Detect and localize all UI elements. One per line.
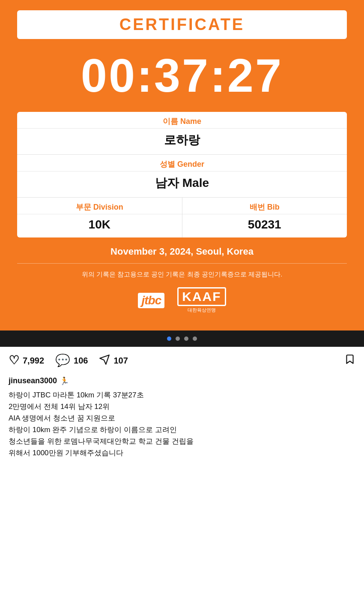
bib-label: 배번 Bib <box>182 198 347 214</box>
bib-value: 50231 <box>182 214 347 237</box>
username: jinusean3000 🏃 <box>9 376 355 386</box>
gender-value: 남자 Male <box>17 171 347 197</box>
dot-3 <box>184 337 188 341</box>
division-col: 부문 Division 10K <box>17 198 182 237</box>
gender-row: 성별 Gender 남자 Male <box>17 155 347 198</box>
comment-action[interactable]: 💬 106 <box>55 355 88 367</box>
kaaf-logo: KAAF 대한육상연맹 <box>177 287 226 313</box>
like-count: 7,992 <box>23 356 44 366</box>
name-label: 이름 Name <box>17 112 347 129</box>
name-row: 이름 Name 로하랑 <box>17 112 347 155</box>
jtbc-logo: jtbc <box>138 292 164 308</box>
share-count: 107 <box>113 356 128 366</box>
name-value: 로하랑 <box>17 129 347 154</box>
heart-icon: ♡ <box>9 355 19 367</box>
comment-count: 106 <box>74 356 88 366</box>
instagram-actions: ♡ 7,992 💬 106 107 <box>0 347 364 372</box>
kaaf-logo-sub: 대한육상연맹 <box>188 307 216 313</box>
division-label: 부문 Division <box>17 198 182 214</box>
division-value: 10K <box>17 214 182 237</box>
share-icon <box>99 354 110 367</box>
certificate-title: CERTIFICATE <box>119 15 245 33</box>
dot-1 <box>167 337 171 341</box>
bib-col: 배번 Bib 50231 <box>182 198 347 237</box>
svg-marker-0 <box>100 355 110 364</box>
instagram-caption: jinusean3000 🏃 하랑이 JTBC 마라톤 10km 기록 37분2… <box>0 372 364 468</box>
dot-2 <box>176 337 180 341</box>
certificate-logos: jtbc KAAF 대한육상연맹 <box>17 287 347 313</box>
certificate-card: CERTIFICATE 00:37:27 이름 Name 로하랑 성별 Gend… <box>0 0 364 331</box>
share-action[interactable]: 107 <box>99 354 128 367</box>
dot-4 <box>193 337 197 341</box>
caption-text: 하랑이 JTBC 마라톤 10km 기록 37분27초 2만명에서 전체 14위… <box>9 389 355 459</box>
division-bib-row: 부문 Division 10K 배번 Bib 50231 <box>17 198 347 237</box>
certificate-date: November 3, 2024, Seoul, Korea <box>17 246 347 257</box>
bookmark-action[interactable] <box>344 354 355 368</box>
certificate-table: 이름 Name 로하랑 성별 Gender 남자 Male 부문 Divisio… <box>17 112 347 237</box>
gender-label: 성별 Gender <box>17 155 347 171</box>
certificate-disclaimer: 위의 기록은 참고용으로 공인 기록은 최종 공인기록증으로 제공됩니다. <box>17 270 347 279</box>
certificate-time: 00:37:27 <box>17 52 347 99</box>
certificate-title-box: CERTIFICATE <box>17 10 347 39</box>
kaaf-logo-text: KAAF <box>177 287 226 306</box>
pagination-dots <box>0 331 364 347</box>
like-action[interactable]: ♡ 7,992 <box>9 355 44 367</box>
comment-icon: 💬 <box>55 355 70 367</box>
certificate-divider <box>17 263 347 264</box>
